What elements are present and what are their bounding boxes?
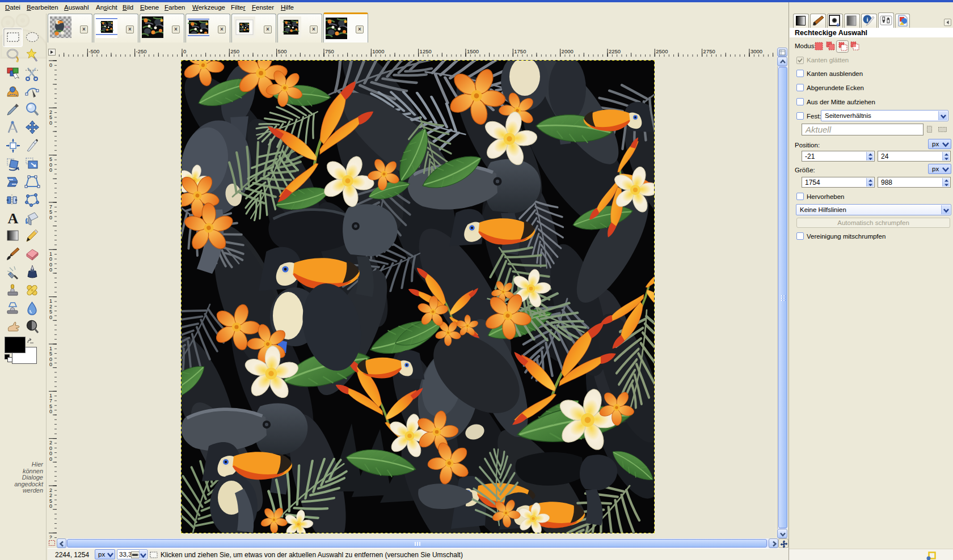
- svg-text:500: 500: [278, 48, 287, 54]
- svg-text:2750: 2750: [703, 48, 715, 54]
- svg-text:1000: 1000: [372, 48, 384, 54]
- svg-text:3000: 3000: [750, 48, 762, 54]
- svg-text:0: 0: [49, 62, 52, 68]
- svg-text:1500: 1500: [49, 346, 52, 368]
- svg-text:2000: 2000: [562, 48, 574, 54]
- svg-text:250: 250: [49, 109, 52, 126]
- svg-text:750: 750: [325, 48, 334, 54]
- svg-text:2250: 2250: [609, 48, 621, 54]
- svg-text:-250: -250: [136, 48, 147, 54]
- svg-text:1250: 1250: [420, 48, 432, 54]
- svg-text:0: 0: [183, 48, 186, 54]
- svg-text:2500: 2500: [656, 48, 668, 54]
- svg-text:-500: -500: [88, 48, 99, 54]
- svg-text:250: 250: [230, 48, 239, 54]
- svg-text:2500: 2500: [49, 534, 52, 538]
- svg-text:2000: 2000: [49, 440, 52, 462]
- svg-text:A: A: [8, 210, 19, 227]
- svg-text:1750: 1750: [514, 48, 526, 54]
- svg-text:500: 500: [49, 156, 52, 173]
- svg-text:1500: 1500: [467, 48, 479, 54]
- svg-text:1000: 1000: [49, 251, 52, 273]
- svg-text:i: i: [866, 16, 868, 23]
- svg-text:1750: 1750: [49, 393, 52, 415]
- svg-text:2250: 2250: [49, 487, 52, 510]
- svg-text:1250: 1250: [49, 298, 52, 320]
- svg-text:750: 750: [49, 204, 52, 220]
